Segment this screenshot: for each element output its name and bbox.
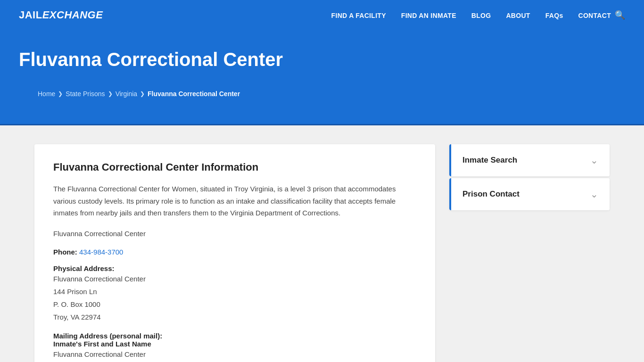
physical-address-label: Physical Address:: [53, 264, 115, 272]
sidebar-prison-contact[interactable]: Prison Contact ⌄: [449, 178, 610, 210]
mailing-name-label: Inmate's First and Last Name: [53, 340, 151, 348]
breadcrumb-sep-1: ❯: [58, 90, 63, 97]
sidebar-inmate-search-label: Inmate Search: [462, 156, 517, 165]
addr-line-4: Troy, VA 22974: [53, 313, 101, 321]
content-description: The Fluvanna Correctional Center for Wom…: [53, 183, 416, 219]
mailing-address-label: Mailing Address (personal mail):: [53, 332, 162, 340]
phone-number[interactable]: 434-984-3700: [79, 248, 123, 256]
hero-section: Fluvanna Correctional Center Home ❯ Stat…: [0, 30, 644, 125]
nav-links: FIND A FACILITY FIND AN INMATE BLOG ABOU…: [331, 11, 611, 19]
sidebar-prison-contact-header[interactable]: Prison Contact ⌄: [449, 178, 610, 210]
chevron-down-icon-2: ⌄: [590, 189, 598, 200]
sidebar-inmate-search[interactable]: Inmate Search ⌄: [449, 144, 610, 176]
breadcrumb-current: Fluvanna Correctional Center: [148, 90, 240, 98]
main-wrapper: Fluvanna Correctional Center Information…: [16, 125, 628, 362]
addr-line-1: Fluvanna Correctional Center: [53, 275, 146, 283]
breadcrumb-virginia[interactable]: Virginia: [116, 90, 137, 98]
sidebar-inmate-search-header[interactable]: Inmate Search ⌄: [449, 144, 610, 176]
nav-find-facility[interactable]: FIND A FACILITY: [331, 11, 386, 19]
physical-address-section: Physical Address: Fluvanna Correctional …: [53, 264, 416, 323]
nav-about[interactable]: ABOUT: [506, 11, 530, 19]
page-title: Fluvanna Correctional Center: [19, 49, 625, 70]
addr-line-2: 144 Prison Ln: [53, 288, 97, 296]
physical-address-lines: Fluvanna Correctional Center 144 Prison …: [53, 272, 416, 323]
breadcrumb-sep-3: ❯: [140, 90, 145, 97]
addr-line-3: P. O. Box 1000: [53, 300, 100, 308]
search-icon[interactable]: 🔍: [615, 10, 625, 20]
phone-label: Phone:: [53, 248, 77, 256]
site-logo[interactable]: JAILEXCHANGE: [19, 9, 103, 21]
phone-section: Phone: 434-984-3700: [53, 248, 416, 256]
chevron-down-icon: ⌄: [590, 155, 598, 166]
logo-jail: JAIL: [19, 9, 42, 21]
nav-find-inmate[interactable]: FIND AN INMATE: [401, 11, 456, 19]
mailing-address-lines: Fluvanna Correctional Center 144 Prison …: [53, 348, 416, 362]
navbar: JAILEXCHANGE FIND A FACILITY FIND AN INM…: [0, 0, 644, 30]
breadcrumb: Home ❯ State Prisons ❯ Virginia ❯ Fluvan…: [19, 79, 625, 109]
nav-contact[interactable]: CONTACT: [578, 11, 611, 19]
breadcrumb-sep-2: ❯: [108, 90, 113, 97]
nav-blog[interactable]: BLOG: [471, 11, 491, 19]
mail-line-1: Fluvanna Correctional Center: [53, 350, 146, 358]
mailing-address-section: Mailing Address (personal mail): Inmate'…: [53, 332, 416, 362]
content-heading: Fluvanna Correctional Center Information: [53, 161, 416, 173]
sidebar-prison-contact-label: Prison Contact: [462, 189, 520, 199]
breadcrumb-home[interactable]: Home: [38, 90, 55, 98]
facility-name-line: Fluvanna Correctional Center: [53, 228, 416, 240]
content-card: Fluvanna Correctional Center Information…: [34, 144, 435, 362]
sidebar: Inmate Search ⌄ Prison Contact ⌄: [449, 144, 610, 212]
nav-faqs[interactable]: FAQs: [545, 11, 563, 19]
logo-exchange: EXCHANGE: [42, 9, 103, 21]
breadcrumb-state-prisons[interactable]: State Prisons: [66, 90, 105, 98]
